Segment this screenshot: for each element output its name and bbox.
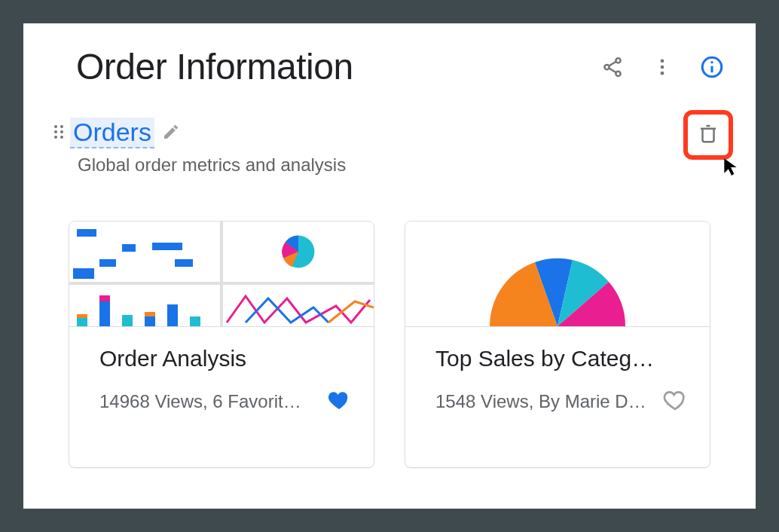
svg-point-7 <box>661 71 664 75</box>
dashboard-card[interactable]: Top Sales by Categ… 1548 Views, By Marie… <box>405 221 710 468</box>
card-body: Top Sales by Categ… 1548 Views, By Marie… <box>405 327 710 467</box>
panel: Order Information <box>23 23 756 509</box>
svg-line-3 <box>609 61 616 66</box>
card-title: Top Sales by Categ… <box>435 346 687 371</box>
card-meta: 1548 Views, By Marie D… <box>435 391 657 412</box>
section-title[interactable]: Orders <box>70 118 154 148</box>
map-thumbnail-icon <box>69 222 220 282</box>
card-preview <box>69 222 374 327</box>
svg-point-1 <box>604 64 609 69</box>
card-title: Order Analysis <box>99 346 351 371</box>
header-actions <box>599 54 726 81</box>
drag-handle-icon[interactable] <box>53 124 64 142</box>
card-body: Order Analysis 14968 Views, 6 Favorit… <box>69 327 374 467</box>
svg-point-10 <box>710 60 713 63</box>
bar-thumbnail-icon <box>69 285 220 327</box>
svg-point-14 <box>60 130 63 133</box>
card-meta: 14968 Views, 6 Favorit… <box>99 391 321 412</box>
svg-point-0 <box>616 58 620 63</box>
line-thumbnail-icon <box>223 285 374 327</box>
cursor-icon <box>722 157 739 179</box>
header: Order Information <box>46 46 733 87</box>
edit-icon[interactable] <box>162 123 180 144</box>
svg-point-13 <box>54 130 57 133</box>
svg-point-6 <box>661 65 664 69</box>
svg-point-16 <box>60 136 63 139</box>
svg-point-2 <box>616 71 620 75</box>
svg-line-4 <box>609 68 616 72</box>
half-pie-thumbnail-icon <box>405 222 710 326</box>
section-description: Global order metrics and analysis <box>78 154 726 176</box>
page-title: Order Information <box>76 46 599 87</box>
section-header: Orders <box>53 118 726 148</box>
cards-container: Order Analysis 14968 Views, 6 Favorit… <box>46 221 733 468</box>
heart-icon[interactable] <box>327 388 351 415</box>
pie-thumbnail-icon <box>223 222 374 282</box>
more-icon[interactable] <box>649 54 676 81</box>
info-icon[interactable] <box>698 54 726 81</box>
card-preview <box>405 222 710 327</box>
delete-button-highlight <box>683 110 733 160</box>
svg-point-11 <box>54 125 57 128</box>
svg-point-15 <box>54 136 57 139</box>
delete-wrap <box>683 110 733 160</box>
svg-point-12 <box>60 125 63 128</box>
section: Orders Global order metrics and analysis <box>46 118 733 176</box>
heart-outline-icon[interactable] <box>663 388 687 415</box>
svg-point-5 <box>661 59 664 63</box>
dashboard-card[interactable]: Order Analysis 14968 Views, 6 Favorit… <box>69 221 374 468</box>
share-icon[interactable] <box>599 54 626 81</box>
trash-icon[interactable] <box>697 122 719 148</box>
